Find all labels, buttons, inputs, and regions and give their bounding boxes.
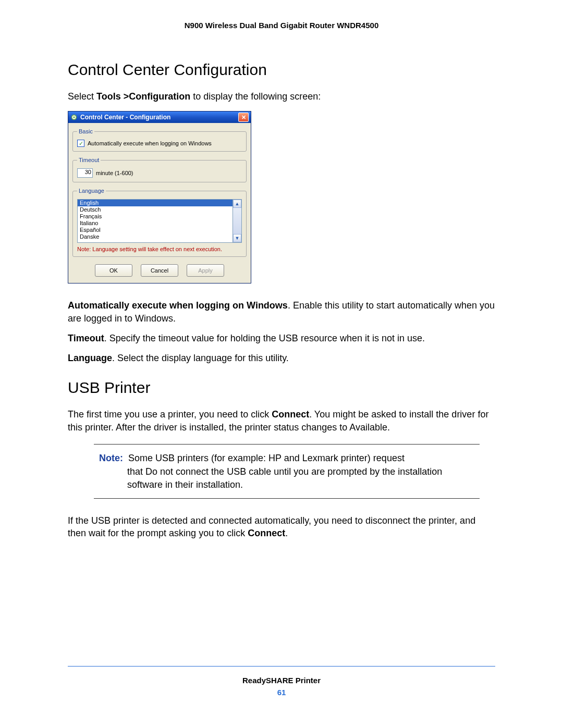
apply-button[interactable]: Apply xyxy=(187,264,224,277)
usb-paragraph-2: If the USB printer is detected and conne… xyxy=(68,514,495,540)
text-bold: Tools >Configuration xyxy=(96,91,190,102)
group-basic: Basic ✓ Automatically execute when loggi… xyxy=(72,128,247,152)
timeout-unit-label: minute (1-600) xyxy=(96,170,133,176)
list-item[interactable]: Danske xyxy=(78,233,232,240)
group-timeout-label: Timeout xyxy=(77,157,101,163)
auto-execute-label: Automatically execute when logging on Wi… xyxy=(88,140,212,146)
note-label: Note: xyxy=(99,453,123,463)
heading-usb-printer: USB Printer xyxy=(68,379,495,397)
list-item[interactable]: Italiano xyxy=(78,220,232,227)
page-footer: ReadySHARE Printer 61 xyxy=(68,666,495,697)
config-dialog: Control Center - Configuration ✕ Basic ✓… xyxy=(68,111,251,283)
text: to display the following screen: xyxy=(190,91,321,102)
dialog-title: Control Center - Configuration xyxy=(80,114,238,121)
text: Select xyxy=(68,91,96,102)
close-button[interactable]: ✕ xyxy=(238,113,249,122)
scroll-up-icon[interactable]: ▲ xyxy=(233,200,241,208)
text: . xyxy=(285,528,288,538)
text-bold: Language xyxy=(68,353,112,363)
text-bold: Timeout xyxy=(68,333,104,343)
close-icon: ✕ xyxy=(241,115,246,120)
def-language: Language. Select the display language fo… xyxy=(68,352,495,364)
text: . Specify the timeout value for holding … xyxy=(104,333,425,343)
footer-title: ReadySHARE Printer xyxy=(68,676,495,685)
group-timeout: Timeout 30 minute (1-600) xyxy=(72,157,247,182)
text: The first time you use a printer, you ne… xyxy=(68,409,272,419)
gear-icon xyxy=(70,114,78,121)
list-item[interactable]: Deutsch xyxy=(78,206,232,213)
list-item[interactable]: Français xyxy=(78,213,232,220)
heading-control-center: Control Center Configuration xyxy=(68,61,495,79)
list-item[interactable]: English xyxy=(78,200,232,206)
def-timeout: Timeout. Specify the timeout value for h… xyxy=(68,332,495,344)
scroll-down-icon[interactable]: ▼ xyxy=(233,234,241,242)
dialog-titlebar[interactable]: Control Center - Configuration ✕ xyxy=(68,112,251,123)
scrollbar[interactable]: ▲ ▼ xyxy=(233,199,242,243)
def-auto-execute: Automatically execute when logging on Wi… xyxy=(68,299,495,325)
ok-button[interactable]: OK xyxy=(95,264,132,277)
timeout-input[interactable]: 30 xyxy=(77,168,93,178)
footer-page-number: 61 xyxy=(68,688,495,697)
text: . Select the display language for this u… xyxy=(112,353,289,363)
svg-point-1 xyxy=(73,117,75,119)
auto-execute-checkbox[interactable]: ✓ xyxy=(77,140,84,147)
note-block: Note: Some USB printers (for example: HP… xyxy=(94,444,480,499)
group-language: Language English Deutsch Français Italia… xyxy=(72,188,247,257)
scroll-track[interactable] xyxy=(233,208,241,234)
list-item[interactable]: Español xyxy=(78,227,232,233)
text-bold: Connect xyxy=(272,409,309,419)
document-header: N900 Wireless Dual Band Gigabit Router W… xyxy=(68,21,495,30)
note-text: that Do not connect the USB cable until … xyxy=(127,465,474,491)
language-note: Note: Language setting will take effect … xyxy=(77,246,242,252)
cancel-button[interactable]: Cancel xyxy=(141,264,178,277)
group-basic-label: Basic xyxy=(77,128,94,134)
language-listbox[interactable]: English Deutsch Français Italiano Españo… xyxy=(77,199,233,243)
usb-paragraph-1: The first time you use a printer, you ne… xyxy=(68,408,495,434)
intro-paragraph: Select Tools >Configuration to display t… xyxy=(68,90,495,103)
text-bold: Connect xyxy=(248,528,285,538)
note-text: Some USB printers (for example: HP and L… xyxy=(128,453,405,463)
group-language-label: Language xyxy=(77,188,106,194)
text-bold: Automatically execute when logging on Wi… xyxy=(68,300,288,311)
